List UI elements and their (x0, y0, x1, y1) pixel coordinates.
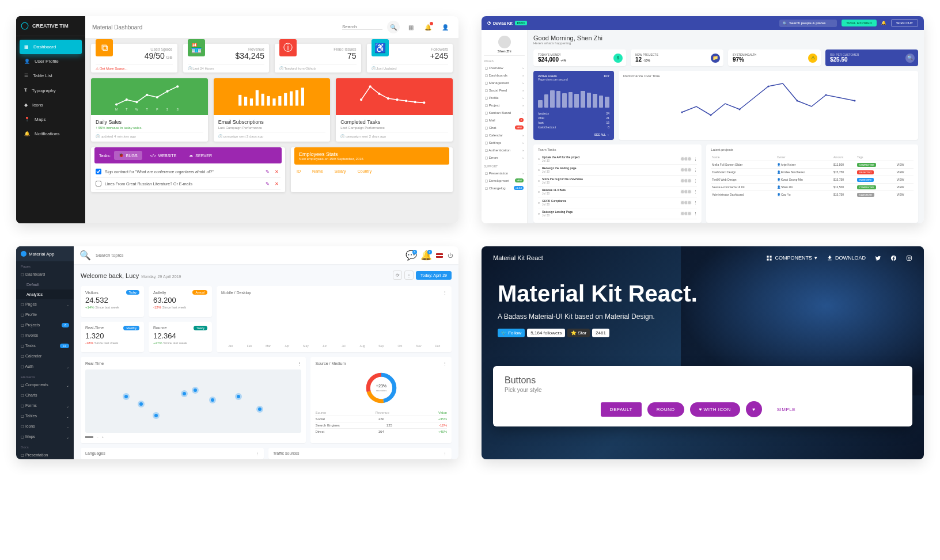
user-icon[interactable]: 👤 (439, 21, 452, 33)
sidebar-item-notifications[interactable]: 🔔Notifications (20, 127, 82, 141)
sidebar-item-pages[interactable]: ◻ Pages⌄ (16, 299, 74, 310)
task-row[interactable]: ○Redesign the landing pageJul 30⋮ (538, 165, 697, 176)
search-input[interactable] (96, 253, 401, 258)
tab-bugs[interactable]: 🐞 BUGS (114, 151, 142, 160)
sidebar-item-dashboards[interactable]: ◻ Dashboards› (484, 71, 525, 79)
badge[interactable]: ⭐ Star (567, 329, 590, 337)
sidebar-item-charts[interactable]: ◻ Charts (16, 390, 74, 401)
sidebar-item-development[interactable]: ◻ DevelopmentNEW (484, 177, 525, 184)
brand[interactable]: Material App (16, 246, 74, 261)
facebook-icon[interactable] (890, 255, 897, 261)
sidebar-item-presentation[interactable]: ◻ Presentation› (484, 169, 525, 177)
bell-icon[interactable]: 🔔 (422, 21, 434, 33)
sidebar-item-user-profile[interactable]: 👤User Profile (20, 54, 82, 68)
search-input[interactable]: 🔍 Search people & places (779, 20, 837, 27)
sidebar-item-icons[interactable]: ◆Icons (20, 98, 82, 112)
task-row[interactable]: ○Redesign Landing PageJul 30⋮ (538, 208, 697, 219)
bell-icon[interactable]: 🔔 (881, 21, 886, 25)
table-row[interactable]: Neura e-commerce UI Kit👤 Shen Zhi$12,500… (711, 184, 914, 191)
badge[interactable]: 5,164 followers (527, 329, 565, 337)
more-icon[interactable]: ⋮ (255, 451, 259, 456)
filter-icon[interactable]: ⋮ (404, 271, 414, 280)
power-icon[interactable]: ⏻ (448, 253, 453, 258)
sidebar-item-presentation[interactable]: ◻ Presentation (16, 450, 74, 459)
world-map[interactable] (85, 369, 301, 433)
sidebar-item-typography[interactable]: 𝐓Typography (20, 83, 82, 98)
sidebar-item-table-list[interactable]: ☰Table List (20, 68, 82, 83)
sidebar-item-dashboard[interactable]: ▦Dashboard (20, 40, 82, 54)
sidebar-item-analytics[interactable]: Analytics (16, 289, 74, 299)
sidebar-item-calendar[interactable]: ◻ Calendar› (484, 131, 525, 139)
sidebar-item-errors[interactable]: ◻ Errors› (484, 154, 525, 161)
search-icon[interactable]: 🔍 (387, 21, 400, 33)
badge[interactable]: 2461 (592, 329, 609, 337)
btn-round[interactable]: ROUND (647, 402, 684, 417)
sidebar-item-auth[interactable]: ◻ Auth⌄ (16, 361, 74, 372)
search-input[interactable] (342, 24, 382, 30)
sidebar-item-mail[interactable]: ◻ Mail2 (484, 116, 525, 124)
grid-icon[interactable]: ▦ (404, 21, 417, 33)
more-icon[interactable]: ⋮ (443, 451, 447, 456)
table-row[interactable]: Administrator Dashboard👤 Cao Yu$15,750CA… (711, 191, 914, 199)
more-icon[interactable]: ⋮ (443, 361, 447, 366)
bell-icon[interactable]: 🔔7 (421, 250, 431, 261)
sidebar-item-default[interactable]: Default (16, 280, 74, 289)
more-icon[interactable]: ⋮ (297, 361, 301, 366)
sidebar-item-settings[interactable]: ◻ Settings› (484, 139, 525, 146)
instagram-icon[interactable] (906, 255, 912, 261)
sidebar-item-tables[interactable]: ◻ Tables⌄ (16, 411, 74, 421)
table-row[interactable]: Ten80 Web Design👤 Kwak Seong-Min$15,750I… (711, 176, 914, 184)
tab-server[interactable]: ☁ SERVER (184, 151, 217, 160)
sidebar-item-management[interactable]: ◻ Management› (484, 79, 525, 86)
sidebar-item-components[interactable]: ◻ Components⌄ (16, 380, 74, 390)
sidebar-item-maps[interactable]: 📍Maps (20, 112, 82, 127)
user-block[interactable]: Shen Zhi (484, 33, 525, 56)
btn-with-icon[interactable]: WITH ICON (690, 402, 740, 417)
chat-icon[interactable]: 💬3 (406, 250, 416, 261)
delete-icon[interactable]: ✕ (275, 169, 281, 174)
sidebar-item-social-feed[interactable]: ◻ Social Feed› (484, 86, 525, 94)
sidebar-item-maps[interactable]: ◻ Maps⌄ (16, 432, 74, 442)
brand[interactable]: Material Kit React (493, 254, 543, 261)
sidebar-item-icons[interactable]: ◻ Icons⌄ (16, 421, 74, 432)
sidebar-item-profile[interactable]: ◻ Profile› (484, 94, 525, 101)
nav-components[interactable]: COMPONENTS ▾ (766, 255, 817, 261)
sidebar-item-changelog[interactable]: ◻ Changelogv1.3.0 (484, 184, 525, 192)
btn-simple[interactable]: SIMPLE (768, 402, 805, 417)
today-button[interactable]: Today: April 29 (416, 271, 452, 280)
sidebar-item-chat[interactable]: ◻ ChatNEW (484, 124, 525, 131)
more-icon[interactable]: ⋮ (443, 291, 447, 295)
table-row[interactable]: Dashboard Design👤 Emilee Simchenko$15,75… (711, 169, 914, 176)
edit-icon[interactable]: ✎ (266, 181, 271, 186)
delete-icon[interactable]: ✕ (275, 181, 281, 186)
brand[interactable]: ◔ Devias Kit PRO (487, 21, 527, 25)
sidebar-item-calendar[interactable]: ◻ Calendar (16, 351, 74, 361)
nav-download[interactable]: DOWNLOAD (827, 255, 866, 261)
trial-button[interactable]: TRIAL EXPIRED (842, 20, 877, 26)
refresh-icon[interactable]: ⟳ (393, 271, 402, 280)
task-row[interactable]: ○GDPR ComplianceJul 30⋮ (538, 197, 697, 208)
sidebar-item-authentication[interactable]: ◻ Authentication› (484, 146, 525, 154)
task-row[interactable]: ○Update the API for the projectJul 30⋮ (538, 154, 697, 165)
sidebar-item-overview[interactable]: ◻ Overview› (484, 64, 525, 71)
sidebar-item-tasks[interactable]: ◻ Tasks17 (16, 341, 74, 351)
btn-default[interactable]: DEFAULT (601, 402, 642, 417)
task-row[interactable]: ○Release v1.0 BetaJul 30⋮ (538, 186, 697, 197)
sidebar-item-dashboard[interactable]: ◻ Dashboard (16, 269, 74, 280)
edit-icon[interactable]: ✎ (266, 169, 271, 174)
sidebar-item-projects[interactable]: ◻ Projects8 (16, 320, 74, 330)
sidebar-item-profile[interactable]: ◻ Profile (16, 310, 74, 320)
signout-button[interactable]: SIGN OUT (891, 19, 918, 27)
flag-icon[interactable] (436, 253, 443, 258)
table-row[interactable]: Mella Full Screen Slider👤 Anje Keizer$12… (711, 161, 914, 169)
sidebar-item-project[interactable]: ◻ Project› (484, 101, 525, 109)
tab-website[interactable]: </> WEBSITE (146, 151, 181, 160)
twitter-icon[interactable] (875, 255, 881, 261)
btn-fab[interactable]: ♥ (746, 401, 762, 417)
see-all-link[interactable]: SEE ALL → (538, 133, 609, 136)
task-row[interactable]: ○Solve the bug for the showStateJul 30⋮ (538, 176, 697, 186)
sidebar-item-kanban-board[interactable]: ◻ Kanban Board› (484, 109, 525, 116)
sidebar-item-invoice[interactable]: ◻ Invoice (16, 330, 74, 341)
task-checkbox[interactable] (96, 181, 101, 186)
sidebar-item-forms[interactable]: ◻ Forms⌄ (16, 401, 74, 411)
